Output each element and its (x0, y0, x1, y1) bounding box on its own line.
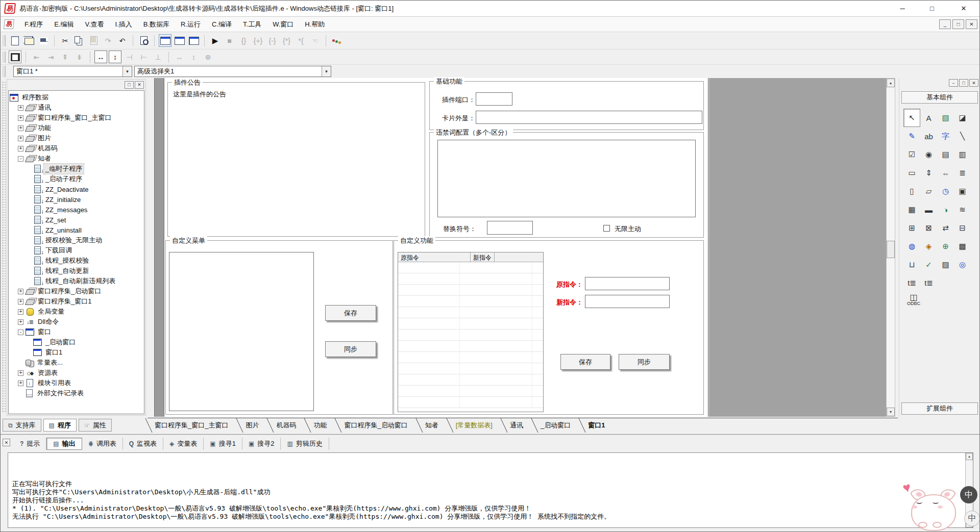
component-icon[interactable]: ▦ (903, 200, 920, 219)
tree-item[interactable]: ZZ_messages (9, 205, 144, 215)
toolbar-icon[interactable] (173, 34, 186, 47)
component-icon[interactable]: ⊔ (903, 256, 920, 274)
tree-expand-toggle[interactable]: + (18, 299, 23, 305)
component-icon[interactable]: ab (920, 127, 937, 145)
toolbar-icon[interactable]: ↔ (94, 50, 107, 63)
document-tab[interactable]: 窗口程序集_窗口_主窗口 (148, 418, 238, 433)
document-tab[interactable]: 窗口程序集_启动窗口 (337, 418, 418, 433)
toolbar-icon[interactable] (330, 34, 343, 47)
component-icon[interactable]: ⊟ (954, 219, 971, 237)
toolbar-grip[interactable] (3, 66, 6, 77)
table-row[interactable] (398, 397, 543, 408)
tree-item[interactable]: - 知者 (9, 154, 144, 164)
function-save-button[interactable]: 保存 (560, 354, 610, 370)
tree-item[interactable]: _启动窗口 (9, 337, 144, 347)
table-row[interactable] (398, 341, 543, 352)
component-icon[interactable]: ⊞ (903, 219, 920, 237)
tree-item[interactable]: 常量表... (9, 358, 144, 368)
toolbar-icon[interactable]: ⇤ (30, 50, 43, 63)
toolbar-icon[interactable]: ▶ (209, 34, 222, 47)
menu-item[interactable]: W.窗口 (267, 17, 299, 32)
designer-vertical-scrollbar[interactable]: ▲ ▼ (886, 78, 895, 417)
component-icon[interactable]: 字 (937, 127, 954, 145)
component-icon[interactable]: ≣ (954, 164, 971, 182)
orig-command-input[interactable] (585, 277, 670, 290)
toolbar-grip[interactable] (3, 52, 6, 63)
table-row[interactable] (398, 296, 543, 307)
extended-components-header[interactable]: 扩展组件 (901, 402, 978, 415)
scroll-up-button[interactable]: ▲ (966, 453, 973, 460)
menu-item[interactable]: B.数据库 (138, 17, 175, 32)
table-row[interactable] (398, 307, 543, 318)
tree-expand-toggle[interactable]: + (18, 105, 23, 111)
component-icon[interactable]: ◪ (954, 109, 971, 127)
component-icon[interactable]: ▥ (954, 145, 971, 164)
toolbar-icon[interactable]: ✂ (59, 34, 71, 47)
toolbar-icon[interactable]: ↕ (109, 50, 121, 63)
toolbar-icon[interactable] (137, 34, 150, 47)
new-command-input[interactable] (585, 295, 670, 308)
replace-symbol-input[interactable] (487, 221, 533, 235)
component-icon[interactable]: ◉ (920, 145, 937, 164)
table-row[interactable] (398, 273, 543, 285)
tree-item[interactable]: + 全局变量 (9, 307, 144, 317)
component-icon[interactable]: ◍ (903, 237, 920, 256)
component-icon[interactable]: ◷ (937, 182, 954, 200)
toolbar-icon[interactable]: {-} (266, 34, 279, 47)
tree-item[interactable]: 授权校验_无限主动 (9, 235, 144, 245)
tree-item[interactable]: + 窗口程序集_启动窗口 (9, 286, 144, 296)
toolbar-icon[interactable]: ⊣ (123, 50, 136, 63)
component-icon[interactable]: A (920, 109, 937, 127)
tree-item[interactable]: + 资源表 (9, 368, 144, 378)
output-tab[interactable]: ▥ 剪辑历史 (281, 438, 329, 450)
basic-components-header[interactable]: 基本组件 (901, 91, 978, 104)
tree-expand-toggle[interactable]: + (18, 309, 23, 315)
tree-item[interactable]: 下载回调 (9, 245, 144, 256)
component-icon[interactable]: ◑ (937, 200, 954, 219)
ime-indicator[interactable]: 中 (960, 486, 977, 503)
tree-item[interactable]: ZZ_Deactivate (9, 184, 144, 194)
component-icon[interactable]: ▩ (954, 237, 971, 256)
table-row[interactable] (398, 352, 543, 363)
component-icon[interactable]: ⇕ (920, 164, 937, 182)
panel-window-button[interactable]: ✕ (969, 79, 978, 87)
component-icon[interactable]: ▱ (920, 182, 937, 200)
menu-item[interactable]: T.工具 (237, 17, 267, 32)
tree-expand-toggle[interactable]: + (18, 136, 23, 141)
column-header[interactable]: 新指令 (471, 252, 495, 262)
tree-item[interactable]: + 功能 (9, 123, 144, 133)
toolbar-icon[interactable] (73, 34, 86, 47)
function-sync-button[interactable]: 同步 (619, 354, 670, 370)
component-icon[interactable]: ⇄ (937, 219, 954, 237)
document-tab[interactable]: _启动窗口 (533, 418, 581, 433)
tree-expand-toggle[interactable]: + (18, 381, 23, 386)
maximize-button[interactable]: □ (917, 1, 947, 16)
component-icon[interactable]: ⇔ (937, 164, 954, 182)
toolbar-icon[interactable]: ⊕ (202, 50, 214, 63)
window-selector-combobox[interactable]: 窗口1 * ▼ (13, 66, 132, 77)
output-tab[interactable]: ▣ 搜寻2 (242, 438, 281, 450)
component-selector-combobox[interactable]: 高级选择夹1 ▼ (134, 66, 331, 77)
chevron-down-icon[interactable]: ▼ (322, 66, 331, 77)
scrollbar-thumb[interactable] (887, 241, 895, 258)
plugin-port-input[interactable] (476, 92, 512, 106)
minimize-button[interactable]: ─ (888, 1, 917, 16)
component-icon[interactable]: ✓ (920, 256, 937, 274)
toolbar-icon[interactable]: ☜ (309, 34, 322, 47)
output-tab[interactable]: ◈ 变量表 (163, 438, 204, 450)
toolbar-icon[interactable]: {*} (280, 34, 293, 47)
toolbar-icon[interactable]: ⊥ (152, 50, 164, 63)
tree-item[interactable]: + Dll命令 (9, 317, 144, 327)
toolbar-icon[interactable]: ↶ (116, 34, 129, 47)
toolbar-icon[interactable]: ↕ (187, 50, 200, 63)
toolbar-icon[interactable] (23, 34, 36, 47)
menu-item[interactable]: V.查看 (79, 17, 109, 32)
card-display-input[interactable] (476, 111, 702, 124)
chevron-down-icon[interactable]: ▼ (122, 66, 132, 77)
panel-window-button[interactable]: ✕ (135, 81, 144, 89)
table-row[interactable] (398, 285, 543, 296)
toolbar-icon[interactable] (87, 34, 100, 47)
panel-window-button[interactable]: − (949, 79, 958, 87)
document-tab[interactable]: 功能 (306, 418, 337, 433)
component-icon[interactable]: ▭ (903, 164, 920, 182)
